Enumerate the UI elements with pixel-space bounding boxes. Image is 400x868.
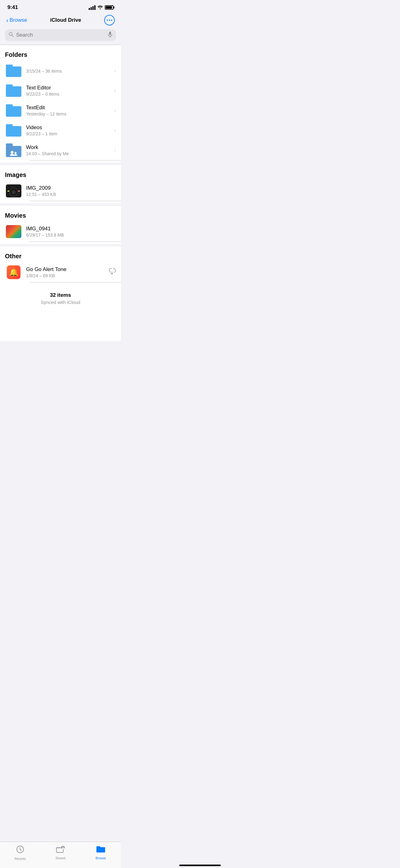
file-name: Videos xyxy=(26,124,112,131)
file-meta: 9/22/23 – 0 items xyxy=(26,92,112,97)
more-button[interactable] xyxy=(104,15,115,26)
file-name: Work xyxy=(26,144,112,151)
file-info: 3/15/24 – 36 items xyxy=(26,68,112,73)
file-name: TextEdit xyxy=(26,104,112,111)
signal-icon xyxy=(89,5,96,10)
list-item[interactable]: 🔔 Go Go Alert Tone 1/8/24 – 69 KB xyxy=(0,262,121,282)
status-time: 9:41 xyxy=(7,4,18,10)
chevron-right-icon: › xyxy=(114,108,116,113)
content: Folders 3/15/24 – 36 items › Text Editor… xyxy=(0,45,121,341)
file-meta: 9/22/23 – 1 item xyxy=(26,131,112,136)
file-info: TextEdit Yesterday – 12 items xyxy=(26,104,112,116)
file-info: IMG_2009 12:51 – 453 KB xyxy=(26,185,116,197)
search-bar[interactable] xyxy=(5,29,116,41)
movie-thumbnail xyxy=(5,225,22,239)
back-label: Browse xyxy=(10,17,27,23)
file-meta: 12:51 – 453 KB xyxy=(26,192,116,197)
file-meta: 6/29/17 – 153.8 MB xyxy=(26,232,116,238)
wifi-icon xyxy=(97,5,103,10)
sync-status: Synced with iCloud xyxy=(5,300,116,305)
svg-point-7 xyxy=(12,190,15,194)
file-meta: 14:03 – Shared by Me xyxy=(26,151,112,156)
list-item[interactable]: TextEdit Yesterday – 12 items › xyxy=(0,101,121,120)
image-thumbnail xyxy=(5,184,22,198)
file-name: Go Go Alert Tone xyxy=(26,266,105,273)
list-item[interactable]: Text Editor 9/22/23 – 0 items › xyxy=(0,81,121,101)
summary-footer: 32 items Synced with iCloud xyxy=(0,285,121,310)
microphone-icon[interactable] xyxy=(108,32,112,38)
svg-rect-9 xyxy=(7,191,9,191)
header: ‹ Browse iCloud Drive xyxy=(0,12,121,29)
file-name: IMG_2009 xyxy=(26,185,116,191)
battery-icon xyxy=(105,5,113,10)
file-meta: 3/15/24 – 36 items xyxy=(26,69,112,73)
svg-rect-10 xyxy=(18,191,20,191)
chevron-right-icon: › xyxy=(114,148,116,153)
shared-folder-icon xyxy=(5,144,22,157)
file-info: Work 14:03 – Shared by Me xyxy=(26,144,112,156)
svg-line-1 xyxy=(12,35,13,37)
folder-icon xyxy=(5,104,22,117)
search-input[interactable] xyxy=(16,32,105,38)
folders-section-header: Folders xyxy=(0,45,121,61)
list-item[interactable]: IMG_2009 12:51 – 453 KB xyxy=(0,181,121,201)
file-icon: 🔔 xyxy=(5,266,22,279)
item-count: 32 items xyxy=(5,292,116,298)
chevron-right-icon: › xyxy=(114,88,116,93)
search-container xyxy=(0,29,121,45)
svg-rect-2 xyxy=(109,32,111,35)
list-item[interactable]: 3/15/24 – 36 items › xyxy=(0,61,121,81)
status-icons xyxy=(89,5,113,10)
file-meta: Yesterday – 12 items xyxy=(26,112,112,116)
file-info: Videos 9/22/23 – 1 item xyxy=(26,124,112,136)
search-icon xyxy=(9,32,14,38)
movies-section-header: Movies xyxy=(0,206,121,222)
back-chevron-icon: ‹ xyxy=(6,17,8,23)
other-section-header: Other xyxy=(0,247,121,262)
chevron-right-icon: › xyxy=(114,68,116,73)
file-info: Text Editor 9/22/23 – 0 items xyxy=(26,85,112,97)
page-title: iCloud Drive xyxy=(50,17,81,23)
svg-rect-8 xyxy=(11,187,16,188)
list-item[interactable]: IMG_0941 6/29/17 – 153.8 MB xyxy=(0,222,121,242)
folder-icon xyxy=(5,84,22,97)
cloud-download-icon[interactable] xyxy=(108,268,116,277)
status-bar: 9:41 xyxy=(0,0,121,12)
list-item[interactable]: Work 14:03 – Shared by Me › xyxy=(0,140,121,160)
more-dots-icon xyxy=(107,20,112,21)
chevron-right-icon: › xyxy=(114,128,116,133)
list-item[interactable]: Videos 9/22/23 – 1 item › xyxy=(0,120,121,140)
file-meta: 1/8/24 – 69 KB xyxy=(26,273,105,278)
file-info: Go Go Alert Tone 1/8/24 – 69 KB xyxy=(26,266,105,278)
folder-icon xyxy=(5,124,22,137)
file-name: Text Editor xyxy=(26,85,112,91)
images-section-header: Images xyxy=(0,165,121,181)
folder-icon xyxy=(5,64,22,78)
alert-tone-icon: 🔔 xyxy=(9,268,18,277)
file-name: IMG_0941 xyxy=(26,226,116,232)
file-info: IMG_0941 6/29/17 – 153.8 MB xyxy=(26,226,116,238)
back-button[interactable]: ‹ Browse xyxy=(6,17,27,23)
